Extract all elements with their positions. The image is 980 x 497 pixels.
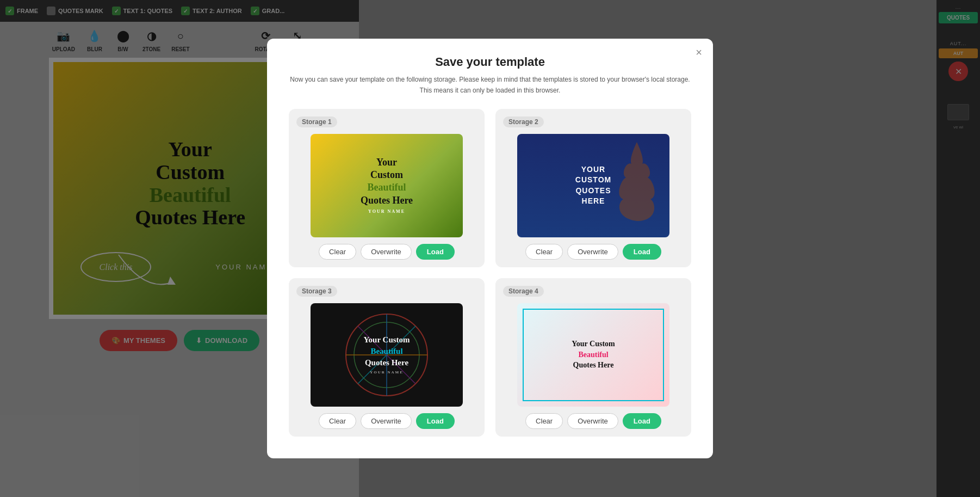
modal-overlay[interactable]: × Save your template Now you can save yo…: [0, 0, 980, 497]
modal-subtitle-line2: This means it can only be loaded in this…: [420, 87, 561, 94]
storage-4-clear-button[interactable]: Clear: [525, 413, 563, 429]
storage-1-label: Storage 1: [296, 116, 337, 127]
close-icon: ×: [696, 46, 702, 58]
storage-card-3: Storage 3 Your CustomBea: [289, 278, 485, 437]
storage-card-2: Storage 2 YOURCUSTOMQUOTESHERE Clear: [495, 109, 691, 267]
storage-4-overwrite-button[interactable]: Overwrite: [567, 413, 618, 429]
storage-3-label: Storage 3: [296, 286, 337, 297]
storage-4-thumbnail: Your CustomBeautifulQuotes Here: [517, 303, 669, 407]
storage-1-actions: Clear Overwrite Load: [319, 244, 455, 260]
modal-title: Save your template: [289, 55, 691, 69]
thumb1-background: YourCustomBeautifulQuotes Here YOUR NAME: [311, 134, 463, 237]
thumb3-background: Your CustomBeautifulQuotes Here YOUR NAM…: [311, 303, 463, 407]
thumb2-background: YOURCUSTOMQUOTESHERE: [517, 134, 669, 237]
save-template-modal: × Save your template Now you can save yo…: [267, 39, 713, 458]
storage-3-actions: Clear Overwrite Load: [319, 413, 455, 429]
storage-1-thumbnail: YourCustomBeautifulQuotes Here YOUR NAME: [311, 134, 463, 237]
storage-grid: Storage 1 YourCustomBeautifulQuotes Here…: [289, 109, 691, 437]
storage-card-1: Storage 1 YourCustomBeautifulQuotes Here…: [289, 109, 485, 267]
storage-3-thumbnail: Your CustomBeautifulQuotes Here YOUR NAM…: [311, 303, 463, 407]
storage-3-clear-button[interactable]: Clear: [319, 413, 356, 429]
storage-2-actions: Clear Overwrite Load: [525, 244, 661, 260]
storage-3-load-button[interactable]: Load: [416, 413, 455, 429]
thumb4-text-content: Your CustomBeautifulQuotes Here: [566, 333, 620, 376]
thumb1-author: YOUR NAME: [361, 209, 413, 214]
thumb3-text-content: Your CustomBeautifulQuotes Here YOUR NAM…: [363, 334, 410, 376]
thumb2-text-content: YOURCUSTOMQUOTESHERE: [570, 159, 617, 212]
thumb2-tree-svg: [612, 137, 661, 229]
storage-1-overwrite-button[interactable]: Overwrite: [361, 244, 412, 260]
storage-2-load-button[interactable]: Load: [623, 244, 661, 260]
thumb1-text-content: YourCustomBeautifulQuotes Here YOUR NAME: [355, 151, 418, 220]
storage-4-label: Storage 4: [503, 286, 544, 297]
storage-2-label: Storage 2: [503, 116, 544, 127]
thumb4-background: Your CustomBeautifulQuotes Here: [517, 303, 669, 407]
storage-2-thumbnail: YOURCUSTOMQUOTESHERE: [517, 134, 669, 237]
storage-3-overwrite-button[interactable]: Overwrite: [361, 413, 412, 429]
modal-subtitle-line1: Now you can save your template on the fo…: [290, 76, 690, 83]
storage-4-actions: Clear Overwrite Load: [525, 413, 661, 429]
thumb3-author: YOUR NAME: [363, 370, 410, 376]
storage-1-clear-button[interactable]: Clear: [319, 244, 356, 260]
storage-2-overwrite-button[interactable]: Overwrite: [567, 244, 618, 260]
modal-subtitle: Now you can save your template on the fo…: [289, 75, 691, 95]
modal-close-button[interactable]: ×: [696, 46, 702, 59]
storage-1-load-button[interactable]: Load: [416, 244, 455, 260]
storage-4-load-button[interactable]: Load: [623, 413, 661, 429]
storage-card-4: Storage 4 Your CustomBeautifulQuotes Her…: [495, 278, 691, 437]
storage-2-clear-button[interactable]: Clear: [525, 244, 563, 260]
